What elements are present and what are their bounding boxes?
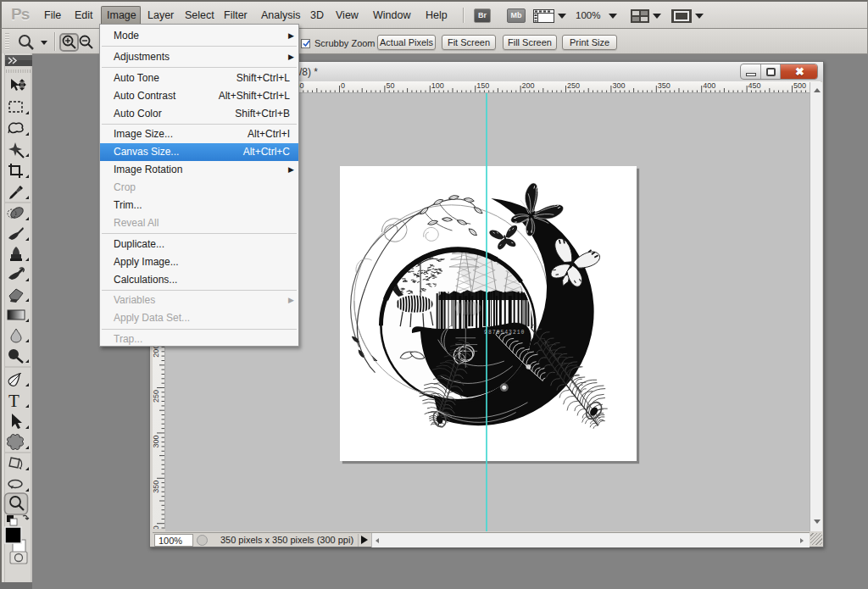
svg-text:0: 0 bbox=[341, 81, 345, 90]
svg-text:450: 450 bbox=[748, 81, 761, 90]
svg-text:300: 300 bbox=[612, 81, 625, 90]
svg-text:T: T bbox=[8, 391, 19, 411]
svg-text:50: 50 bbox=[386, 81, 394, 90]
svg-text:250: 250 bbox=[153, 390, 160, 403]
svg-text:500: 500 bbox=[793, 81, 806, 90]
svg-text:400: 400 bbox=[703, 81, 715, 90]
svg-text:200: 200 bbox=[522, 81, 535, 90]
svg-text:150: 150 bbox=[476, 81, 489, 90]
svg-text:250: 250 bbox=[567, 81, 580, 90]
svg-text:350: 350 bbox=[658, 81, 670, 90]
svg-text:400: 400 bbox=[153, 525, 160, 529]
svg-text:9876543210: 9876543210 bbox=[484, 330, 525, 336]
svg-text:100: 100 bbox=[431, 81, 444, 90]
svg-text:300: 300 bbox=[153, 435, 160, 447]
svg-text:350: 350 bbox=[153, 481, 160, 493]
